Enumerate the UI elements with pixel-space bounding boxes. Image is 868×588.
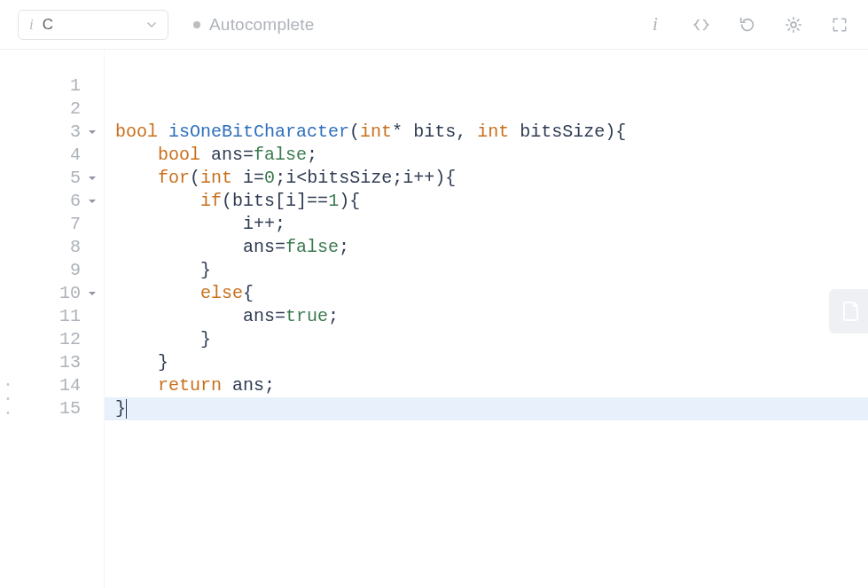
code-token: ; bbox=[328, 306, 339, 326]
code-line[interactable]: return ans; bbox=[105, 374, 868, 397]
code-token bbox=[115, 168, 158, 188]
code-line[interactable]: } bbox=[105, 328, 868, 351]
chevron-down-icon bbox=[146, 20, 157, 30]
line-number[interactable]: 8 bbox=[16, 236, 104, 259]
line-number[interactable]: 14 bbox=[16, 374, 104, 397]
code-token: == bbox=[307, 191, 328, 211]
code-line[interactable]: i++; bbox=[105, 213, 868, 236]
breakpoint-rail[interactable]: • • • bbox=[0, 50, 16, 588]
code-token: ; bbox=[392, 168, 403, 188]
line-number[interactable]: 10 bbox=[16, 282, 104, 305]
code-line[interactable]: bool ans=false; bbox=[105, 144, 868, 167]
code-token: } bbox=[115, 398, 126, 419]
code-token bbox=[115, 260, 200, 280]
code-token: ; bbox=[339, 237, 349, 257]
code-token: bits bbox=[232, 191, 275, 211]
fullscreen-button[interactable] bbox=[829, 14, 850, 35]
line-number[interactable]: 15 bbox=[16, 397, 104, 420]
settings-button[interactable] bbox=[783, 14, 804, 35]
code-line[interactable]: else{ bbox=[105, 282, 868, 305]
line-number[interactable]: 13 bbox=[16, 351, 104, 374]
code-token: isOneBitCharacter bbox=[168, 122, 349, 142]
code-token: < bbox=[296, 168, 307, 188]
code-token bbox=[158, 122, 168, 142]
code-line[interactable]: } bbox=[105, 397, 868, 420]
info-icon: i bbox=[29, 17, 34, 32]
fold-toggle-icon[interactable] bbox=[88, 190, 97, 213]
code-token: int bbox=[477, 122, 509, 142]
code-line[interactable]: ans=true; bbox=[105, 305, 868, 328]
line-number[interactable]: 12 bbox=[16, 328, 104, 351]
code-token bbox=[115, 306, 243, 326]
rail-dot-icon: • bbox=[6, 380, 10, 390]
line-number[interactable]: 6 bbox=[16, 190, 104, 213]
code-token: bool bbox=[158, 145, 200, 165]
code-token: , bbox=[456, 122, 466, 142]
language-selector[interactable]: i C bbox=[18, 10, 168, 40]
code-token: } bbox=[200, 260, 211, 280]
code-token: { bbox=[615, 122, 626, 142]
autocomplete-toggle[interactable]: Autocomplete bbox=[193, 15, 315, 35]
code-token: i bbox=[403, 168, 413, 188]
line-number[interactable]: 4 bbox=[16, 144, 104, 167]
code-token bbox=[115, 352, 158, 372]
code-line[interactable]: for(int i=0;i<bitsSize;i++){ bbox=[105, 167, 868, 190]
line-number[interactable]: 5 bbox=[16, 167, 104, 190]
code-token bbox=[115, 237, 243, 257]
toolbar-right-group: i bbox=[645, 14, 850, 35]
code-token: { bbox=[445, 168, 456, 188]
code-token bbox=[115, 329, 200, 349]
code-line[interactable]: ans=false; bbox=[105, 236, 868, 259]
code-token: { bbox=[349, 191, 360, 211]
line-number[interactable]: 2 bbox=[16, 98, 104, 121]
code-token: else bbox=[200, 283, 243, 303]
braces-button[interactable] bbox=[691, 14, 712, 35]
code-line[interactable]: if(bits[i]==1){ bbox=[105, 190, 868, 213]
code-token: int bbox=[360, 122, 392, 142]
code-token: ) bbox=[605, 122, 615, 142]
line-number[interactable]: 3 bbox=[16, 121, 104, 144]
line-number[interactable]: 11 bbox=[16, 305, 104, 328]
line-gutter[interactable]: 123456789101112131415 bbox=[16, 50, 105, 588]
code-token: ; bbox=[264, 375, 275, 396]
reset-button[interactable] bbox=[737, 14, 758, 35]
code-line[interactable] bbox=[105, 74, 868, 98]
line-number[interactable]: 7 bbox=[16, 213, 104, 236]
code-token: { bbox=[243, 283, 254, 303]
code-line[interactable]: bool isOneBitCharacter(int* bits, int bi… bbox=[105, 121, 868, 144]
fold-toggle-icon[interactable] bbox=[88, 282, 97, 305]
svg-point-0 bbox=[791, 22, 796, 27]
code-token: bitsSize bbox=[520, 122, 605, 142]
code-token: [ bbox=[275, 191, 285, 211]
code-token bbox=[115, 283, 200, 303]
code-token: = bbox=[275, 237, 285, 257]
text-cursor bbox=[126, 399, 127, 419]
code-token bbox=[115, 191, 200, 211]
code-token: i bbox=[285, 191, 296, 211]
line-number[interactable]: 9 bbox=[16, 259, 104, 282]
code-area[interactable]: bool isOneBitCharacter(int* bits, int bi… bbox=[105, 50, 868, 588]
code-token: ) bbox=[434, 168, 445, 188]
code-token: ( bbox=[222, 191, 232, 211]
code-line[interactable]: } bbox=[105, 259, 868, 282]
info-button[interactable]: i bbox=[645, 14, 666, 35]
code-token: ; bbox=[307, 145, 317, 165]
code-token: ans bbox=[232, 375, 264, 396]
rail-dot-icon: • bbox=[6, 408, 10, 419]
line-number[interactable]: 1 bbox=[16, 74, 104, 98]
rail-dot-icon: • bbox=[6, 394, 10, 404]
editor-toolbar: i C Autocomplete i bbox=[0, 0, 868, 50]
code-token: i bbox=[243, 214, 254, 234]
code-token: bits bbox=[413, 122, 456, 142]
fold-toggle-icon[interactable] bbox=[88, 167, 97, 190]
code-token bbox=[466, 122, 477, 142]
code-token: ans bbox=[211, 145, 243, 165]
code-line[interactable]: } bbox=[105, 351, 868, 374]
code-token: ) bbox=[339, 191, 349, 211]
autocomplete-label: Autocomplete bbox=[209, 15, 315, 35]
code-token: = bbox=[243, 145, 254, 165]
code-token: return bbox=[158, 375, 222, 396]
code-token: ++ bbox=[254, 214, 275, 234]
fold-toggle-icon[interactable] bbox=[88, 121, 97, 144]
code-line[interactable] bbox=[105, 98, 868, 121]
